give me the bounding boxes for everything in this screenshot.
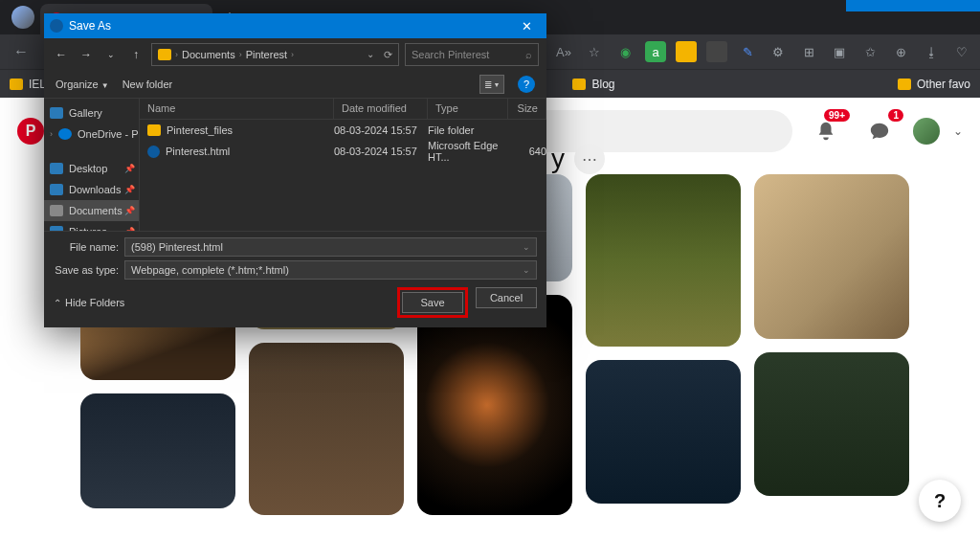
file-row[interactable]: Pinterest_files 08-03-2024 15:57 File fo… [140,120,546,141]
file-name-label: File name: [54,241,124,253]
user-avatar[interactable] [913,118,940,145]
bell-icon [815,121,836,142]
ext-settings-icon[interactable]: ⚙ [768,41,789,62]
pin-icon: 📌 [124,206,135,215]
pinterest-logo-icon[interactable]: P [17,118,44,145]
help-icon[interactable]: ? [518,76,535,93]
search-icon: ⌕ [525,49,532,60]
refresh-icon[interactable]: ⟳ [384,49,392,61]
reading-mode-icon[interactable]: A» [553,41,574,62]
pin-icon: 📌 [124,227,135,231]
ext-green-icon[interactable]: a [645,41,666,62]
close-dialog-button[interactable]: ✕ [512,19,541,34]
nav-up-button[interactable]: ↑ [126,45,145,64]
dialog-toolbar: Organize ▼ New folder ≣ ▼ ? [44,71,546,98]
ext-misc-icon[interactable]: ⊕ [890,41,911,62]
folder-icon [10,79,23,90]
folder-icon [158,49,171,60]
edge-file-icon [147,146,160,158]
tree-desktop[interactable]: Desktop📌 [44,158,139,179]
ext-orange-icon[interactable] [676,41,697,62]
help-fab[interactable]: ? [919,480,961,522]
pin-image[interactable] [417,295,572,515]
crumb-pinterest[interactable]: Pinterest [246,49,287,60]
chevron-down-icon[interactable]: ⌄ [367,49,374,61]
chevron-right-icon: › [175,50,178,59]
nav-recent-button[interactable]: ⌄ [101,45,121,64]
col-size[interactable]: Size [508,99,546,119]
tree-downloads[interactable]: Downloads📌 [44,179,139,200]
heart-icon[interactable]: ♡ [951,41,972,62]
pin-image[interactable] [754,174,909,339]
more-options-button[interactable]: ⋯ [574,144,605,174]
edge-icon [50,19,63,33]
pin-icon: 📌 [124,164,135,173]
pin-image[interactable] [586,174,741,347]
chat-icon [869,121,890,142]
folder-icon [898,79,911,90]
message-badge: 1 [888,109,903,122]
bookmark-other[interactable]: Other favo [898,78,970,91]
chevron-down-icon[interactable]: ⌄ [523,265,530,275]
profile-avatar-icon[interactable] [11,6,34,29]
dialog-body: Gallery ›OneDrive - Perso Desktop📌 Downl… [44,98,546,231]
save-as-dialog: Save As ✕ ← → ⌄ ↑ › Documents › Pinteres… [44,13,546,327]
save-type-select[interactable]: Webpage, complete (*.htm;*.html)⌄ [124,260,537,280]
notifications-button[interactable]: 99+ [806,111,846,151]
view-mode-button[interactable]: ≣ ▼ [479,75,504,94]
pin-image[interactable] [754,352,909,496]
favorites-icon[interactable]: ✩ [859,41,880,62]
tree-onedrive[interactable]: ›OneDrive - Perso [44,124,139,145]
file-row[interactable]: Pinterest.html 08-03-2024 15:57 Microsof… [140,141,546,162]
chevron-right-icon: › [239,50,242,59]
file-list-header[interactable]: Name Date modified Type Size [140,99,546,120]
hide-folders-toggle[interactable]: ⌃Hide Folders [54,297,124,308]
chevron-down-icon[interactable]: ⌄ [523,242,530,252]
back-button[interactable]: ← [8,38,34,65]
save-type-label: Save as type: [54,264,124,276]
messages-button[interactable]: 1 [859,111,900,151]
dialog-search-input[interactable]: Search Pinterest ⌕ [405,43,539,66]
file-name-input[interactable]: (598) Pinterest.html⌄ [124,237,537,257]
ext-dark-icon[interactable] [706,41,727,62]
window-controls-strip [846,0,980,11]
cancel-button[interactable]: Cancel [476,287,537,308]
save-button[interactable]: Save [402,292,463,313]
extensions-row: A» ☆ ◉ a ✎ ⚙ ⊞ ▣ ✩ ⊕ ⭳ ♡ [553,41,972,62]
crumb-documents[interactable]: Documents [182,49,235,60]
save-button-highlight: Save [397,287,468,318]
pin-icon: 📌 [124,185,135,194]
col-name[interactable]: Name [140,99,334,119]
nav-back-button[interactable]: ← [52,45,71,64]
col-type[interactable]: Type [428,99,508,119]
col-date[interactable]: Date modified [334,99,428,119]
breadcrumb[interactable]: › Documents › Pinterest › ⌄ ⟳ [151,43,399,66]
extensions-menu-icon[interactable]: ⊞ [798,41,819,62]
tree-documents[interactable]: Documents📌 [44,200,139,221]
ext-pen-icon[interactable]: ✎ [737,41,758,62]
organize-menu[interactable]: Organize ▼ [56,79,109,90]
chevron-down-icon[interactable]: ⌄ [953,124,963,138]
folder-tree: Gallery ›OneDrive - Perso Desktop📌 Downl… [44,99,140,231]
pin-image[interactable] [80,393,235,508]
folder-icon [572,79,586,90]
file-list: Name Date modified Type Size Pinterest_f… [140,99,546,231]
new-folder-button[interactable]: New folder [122,79,173,90]
downloads-icon[interactable]: ⭳ [921,41,942,62]
tree-pictures[interactable]: Pictures📌 [44,221,139,231]
tree-gallery[interactable]: Gallery [44,102,139,124]
folder-icon [147,124,161,136]
shield-icon[interactable]: ◉ [614,41,635,62]
nav-forward-button[interactable]: → [77,45,96,64]
chevron-up-icon: ⌃ [54,298,61,308]
bookmark-blog[interactable]: Blog [572,78,614,91]
pin-image[interactable] [249,343,404,515]
dialog-nav-bar: ← → ⌄ ↑ › Documents › Pinterest › ⌄ ⟳ Se… [44,38,546,71]
star-icon[interactable]: ☆ [584,41,605,62]
pin-image[interactable] [586,360,741,504]
page-title-fragment: y [551,144,565,174]
dialog-bottom: File name: (598) Pinterest.html⌄ Save as… [44,231,546,327]
dialog-titlebar[interactable]: Save As ✕ [44,13,546,38]
dialog-title: Save As [69,19,111,33]
collections-icon[interactable]: ▣ [829,41,850,62]
